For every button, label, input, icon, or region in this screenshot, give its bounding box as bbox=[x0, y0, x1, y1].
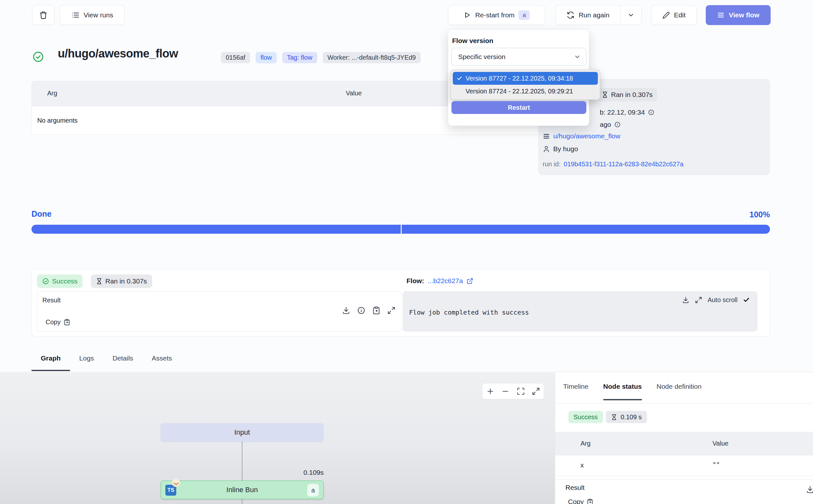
view-flow-label: View flow bbox=[729, 11, 759, 19]
flow-path-link[interactable]: u/hugo/awesome_flow bbox=[553, 132, 620, 140]
progress-step-divider bbox=[401, 225, 402, 234]
view-flow-button[interactable]: View flow bbox=[706, 5, 771, 25]
run-again-dropdown-button[interactable] bbox=[621, 5, 641, 25]
delete-run-button[interactable] bbox=[32, 5, 55, 25]
bun-node-label: Inline Bun bbox=[226, 486, 258, 494]
hash-badge: 0156af bbox=[221, 52, 250, 63]
copy-label: Copy bbox=[46, 318, 61, 326]
result-label: Result bbox=[42, 297, 61, 304]
info-icon[interactable] bbox=[614, 121, 621, 128]
input-node-label: Input bbox=[234, 428, 250, 437]
copy-node-result-button[interactable]: Copy bbox=[568, 498, 593, 504]
triggered-by-row: By hugo bbox=[543, 145, 578, 153]
restart-from-button[interactable]: Re-start from a bbox=[448, 5, 545, 25]
auto-scroll-label: Auto scroll bbox=[708, 296, 738, 304]
list-icon bbox=[543, 133, 550, 140]
main-tabs: Graph Logs Details Assets bbox=[31, 354, 181, 371]
info-icon[interactable] bbox=[357, 306, 365, 315]
expand-result-icon[interactable] bbox=[387, 306, 396, 315]
auto-scroll-checkmark-icon[interactable] bbox=[743, 297, 750, 303]
fullscreen-icon[interactable] bbox=[532, 387, 540, 395]
tag-badge: Tag: flow bbox=[282, 52, 317, 63]
version-option[interactable]: Version 87724 - 22.12.2025, 09:29:21 bbox=[453, 85, 598, 98]
bun-icon bbox=[172, 479, 180, 487]
check-circle-icon bbox=[42, 278, 49, 285]
node-duration-badge: 0.109 s bbox=[606, 411, 647, 423]
arg-column-header: Arg bbox=[47, 90, 57, 97]
expand-logs-icon[interactable] bbox=[695, 296, 702, 304]
node-result-label: Result bbox=[565, 484, 585, 491]
restart-from-node-badge: a bbox=[519, 10, 530, 20]
user-icon bbox=[543, 145, 550, 153]
edit-button[interactable]: Edit bbox=[651, 5, 697, 25]
tabs-divider bbox=[0, 372, 813, 372]
hourglass-icon bbox=[96, 278, 102, 284]
run-id-link[interactable]: 019b4531-f311-112a-6283-82e4b22c627a bbox=[564, 161, 684, 168]
tab-node-definition[interactable]: Node definition bbox=[657, 383, 702, 400]
started-ago-label: ago bbox=[600, 121, 611, 128]
download-logs-icon[interactable] bbox=[682, 296, 689, 304]
job-time-row: b: 22.12, 09:34 bbox=[600, 109, 654, 116]
node-panel-tabs: Timeline Node status Node definition bbox=[563, 383, 702, 400]
graph-zoom-controls bbox=[483, 384, 544, 399]
ran-in-badge: Ran in 0.307s bbox=[597, 88, 657, 101]
node-status-badge: Success bbox=[568, 411, 603, 423]
flow-label: Flow: bbox=[407, 277, 424, 285]
restart-button[interactable]: Restart bbox=[451, 101, 586, 114]
flow-version-popup: Flow version Specific version Version 87… bbox=[448, 30, 589, 126]
log-text: Flow job completed with success bbox=[409, 308, 529, 316]
graph-node-input[interactable]: Input bbox=[161, 423, 324, 442]
node-duration-value: 0.109 s bbox=[621, 413, 642, 421]
pencil-icon bbox=[662, 12, 670, 19]
ran-in-label: Ran in 0.307s bbox=[611, 91, 653, 99]
arg-name: x bbox=[581, 462, 584, 469]
tab-graph[interactable]: Graph bbox=[31, 354, 70, 371]
flow-reference: Flow: ...b22c627a bbox=[407, 277, 473, 285]
log-output-panel: Auto scroll Flow job completed with succ… bbox=[403, 291, 757, 332]
zoom-out-icon[interactable] bbox=[501, 387, 510, 395]
tab-assets[interactable]: Assets bbox=[143, 354, 181, 371]
success-check-circle-icon bbox=[32, 51, 44, 63]
flow-id-link[interactable]: ...b22c627a bbox=[428, 277, 463, 285]
flow-badge: flow bbox=[256, 52, 277, 63]
flow-path-row: u/hugo/awesome_flow bbox=[543, 132, 620, 140]
tab-details[interactable]: Details bbox=[103, 354, 142, 371]
arg-column-header: Arg bbox=[581, 440, 590, 447]
clipboard-copy-icon[interactable] bbox=[372, 306, 380, 315]
value-column-header: Value bbox=[346, 90, 362, 97]
graph-node-inline-bun[interactable]: TS Inline Bun a bbox=[161, 481, 324, 499]
checkmark-icon bbox=[457, 75, 462, 81]
run-status-badge: Success bbox=[37, 274, 83, 288]
zoom-in-icon[interactable] bbox=[486, 387, 494, 395]
version-select[interactable]: Specific version bbox=[451, 48, 586, 66]
title-badges: 0156af flow Tag: flow Worker: ...-defaul… bbox=[221, 52, 421, 63]
hourglass-icon bbox=[602, 91, 608, 98]
section-divider bbox=[555, 479, 813, 480]
node-duration-label: 0.109s bbox=[299, 469, 324, 476]
node-args-table-header: Arg Value bbox=[555, 432, 813, 456]
list-icon bbox=[71, 11, 80, 19]
download-node-result-icon[interactable] bbox=[806, 485, 813, 494]
tab-logs[interactable]: Logs bbox=[70, 354, 103, 371]
tab-timeline[interactable]: Timeline bbox=[563, 383, 589, 400]
view-runs-button[interactable]: View runs bbox=[60, 5, 125, 25]
external-link-icon[interactable] bbox=[467, 278, 473, 284]
started-ago-row: ago bbox=[600, 121, 621, 128]
version-option-selected[interactable]: Version 87727 - 22.12.2025, 09:34:18 bbox=[453, 72, 598, 85]
flow-graph-canvas: Input 0.109s TS Inline Bun a bbox=[0, 372, 555, 504]
chevron-down-icon bbox=[627, 12, 634, 19]
info-icon[interactable] bbox=[648, 109, 654, 116]
run-again-button[interactable]: Run again bbox=[556, 5, 620, 25]
fit-view-icon[interactable] bbox=[517, 387, 525, 395]
play-icon bbox=[463, 11, 471, 19]
copy-result-button[interactable]: Copy bbox=[46, 318, 70, 326]
clipboard-icon bbox=[64, 319, 70, 326]
tab-node-status[interactable]: Node status bbox=[603, 383, 642, 400]
download-result-icon[interactable] bbox=[342, 306, 350, 315]
value-column-header: Value bbox=[712, 440, 729, 447]
version-select-value: Specific version bbox=[452, 53, 574, 61]
node-status-panel: Timeline Node status Node definition Suc… bbox=[555, 372, 813, 504]
result-box: Result Copy bbox=[37, 291, 402, 332]
page-title: u/hugo/awesome_flow bbox=[58, 47, 178, 60]
restart-from-label: Re-start from bbox=[475, 11, 515, 19]
